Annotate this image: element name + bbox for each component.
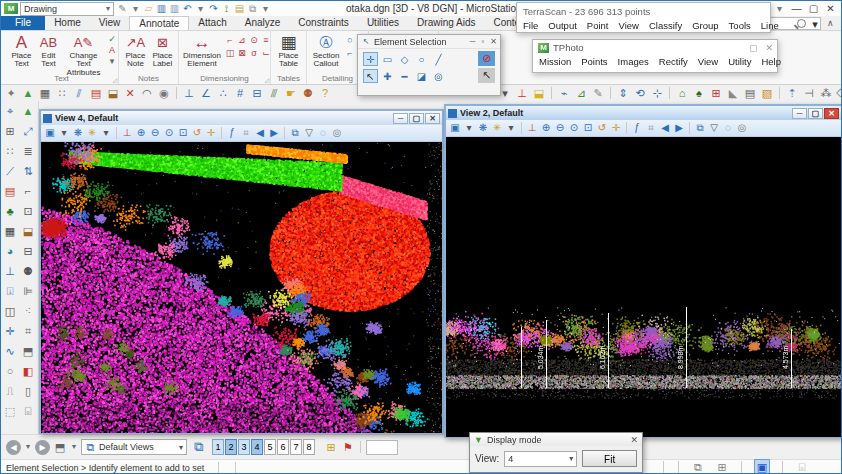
cell-icon[interactable]: ⊡ [19,201,37,221]
zoom-in-icon[interactable]: ⊕ [135,126,147,140]
select-pointer-icon[interactable]: ↖ [363,69,378,83]
element-selection-titlebar[interactable]: ↖ Element Selection ─ ▫ ✕ [358,35,500,49]
view-toggle-4[interactable]: 4 [251,439,263,455]
zoom-in-icon[interactable]: ⊕ [540,121,552,135]
view-toggle-2[interactable]: 2 [225,439,237,455]
view4-maximize-button[interactable]: ▢ [409,113,424,124]
rotate-view-icon[interactable]: ↺ [191,126,203,140]
markup-flag-icon[interactable]: ⚑ [341,440,355,454]
view4-viewport-point-cloud[interactable] [41,142,442,433]
fit-button[interactable]: Fit [582,450,637,467]
view2-minimize-button[interactable]: ─ [792,108,807,119]
change-text-attributes-button[interactable]: A✎ Change Text Attributes [62,34,105,77]
dimension-element-button[interactable]: ↔ Dimension Element [182,34,222,69]
hatch-icon[interactable]: ⫻ [267,86,281,100]
measure-angle-icon[interactable]: ∠ [199,86,213,100]
view-attributes-icon[interactable]: ◎ [331,126,343,140]
color-map-icon[interactable]: ▧ [760,86,774,100]
view4-titlebar[interactable]: View 4, Default ─ ▢ ✕ [41,111,442,125]
view2-titlebar[interactable]: View 2, Default ─ ▢ ✕ [446,106,841,120]
height-icon[interactable]: ⇡ [785,86,799,100]
place-label-button[interactable]: ⊠ Place Label [149,34,176,69]
dialog-plot-icon[interactable]: ⊞ [324,440,338,454]
triangle-model-icon[interactable]: ▲ [21,86,35,100]
subtract-selection-icon[interactable]: ━ [397,69,412,83]
undo-caret[interactable]: ▾ [194,2,207,16]
recent-views-icon[interactable]: ⬒ [53,440,67,454]
screen-icon[interactable]: ▦ [1,221,19,241]
view-previous-icon[interactable]: ◀ [659,121,671,135]
point-density-icon[interactable]: ∷ [55,86,69,100]
tphoto-menu-images[interactable]: Images [618,56,649,67]
terrascan-menu-line[interactable]: Line [761,20,779,31]
tab-home[interactable]: Home [45,16,90,30]
rotate-view-icon[interactable]: ↺ [596,121,608,135]
walk-view-icon[interactable]: ƒ [226,126,238,140]
clear-selection-icon[interactable]: ◎ [431,69,446,83]
clip-volume-icon[interactable]: ▽ [303,126,315,140]
zoom-out-icon[interactable]: ⊖ [149,126,161,140]
shade-icon[interactable]: ◣ [726,86,740,100]
tab-utilities[interactable]: Utilities [358,16,408,30]
view-toggle-7[interactable]: 7 [290,439,302,455]
tphoto-titlebar[interactable]: M TPhoto ▢ ✕ [533,40,777,53]
qat-more-caret[interactable]: ▾ [259,2,272,16]
camera-icon[interactable]: ⌗ [645,121,657,135]
tab-view[interactable]: View [90,16,130,30]
view-brightness-icon[interactable]: ✳ [491,121,503,135]
profile-grid-icon[interactable]: ⌗ [19,321,37,341]
cycle-icon[interactable]: ⟲ [633,86,647,100]
profile-icon[interactable]: ▤ [743,86,757,100]
view-next-icon[interactable]: ▶ [268,126,280,140]
grid-icon[interactable]: ▦ [38,86,52,100]
clip-volume-icon[interactable]: ▽ [708,121,720,135]
step-icon[interactable]: ⎍ [1,381,19,401]
key-in-field[interactable] [366,440,398,455]
tab-constraints[interactable]: Constraints [289,16,358,30]
view-toggle-3[interactable]: 3 [238,439,250,455]
copy-view-icon[interactable]: ⧉ [694,121,706,135]
fit-view-icon[interactable]: ⊡ [582,121,594,135]
view2-maximize-button[interactable]: ▢ [808,108,823,119]
brush-icon[interactable]: ⬓ [532,86,546,100]
tab-annotate[interactable]: Annotate [129,16,189,30]
manage-view-groups-icon[interactable]: ⧉ [190,440,208,454]
rotate-icon[interactable]: ◉ [157,86,171,100]
select-circle-icon[interactable]: ○ [414,52,429,66]
tool-settings-icon[interactable]: ⊞ [715,460,729,474]
brightness-caret[interactable]: ▾ [100,126,112,140]
tphoto-menu-utility[interactable]: Utility [728,56,751,67]
tphoto-menu-view[interactable]: View [698,56,718,67]
view-next-icon[interactable]: ▶ [673,121,685,135]
classify-line-icon[interactable]: ⌁ [557,86,571,100]
clamp-icon[interactable]: ⊣ [802,86,816,100]
drop-element-icon[interactable]: ⊥ [182,86,196,100]
tab-analyze[interactable]: Analyze [236,16,290,30]
updown-arrows-icon[interactable]: ⇅ [19,161,37,181]
zoom-window-icon[interactable]: ⊙ [163,126,175,140]
terrascan-menu-output[interactable]: Output [548,20,577,31]
tree-icon[interactable]: ♠ [692,86,706,100]
element-selection-minimize-button[interactable]: ─ [470,37,476,46]
classify-slope-icon[interactable]: ⊿ [574,86,588,100]
erase-icon[interactable]: ⌫ [836,86,842,100]
tab-attach[interactable]: Attach [189,16,235,30]
minimize-button[interactable]: — [788,2,805,16]
corner-icon[interactable]: ⌐ [19,181,37,201]
density-icon[interactable]: ∷ [1,141,19,161]
user-caret[interactable]: ▾ [771,2,788,16]
cross-section-icon[interactable]: ⊞ [709,86,723,100]
view-toggle-6[interactable]: 6 [277,439,289,455]
save-settings-icon[interactable]: ▥ [168,2,181,16]
lasso-icon[interactable]: ◠ [140,86,154,100]
view-adjust-icon[interactable]: ❋ [477,121,489,135]
element-selection-close-button[interactable]: ✕ [490,37,497,46]
text-more-caret[interactable]: ▾ [105,56,119,67]
redo-icon[interactable]: ↷ [207,2,220,16]
view-attributes-icon[interactable]: ◎ [736,121,748,135]
brightness-caret[interactable]: ▾ [505,121,517,135]
select-single-icon[interactable]: ✛ [363,52,378,66]
delete-icon[interactable]: ✕ [123,86,137,100]
pan-view-icon[interactable]: ✛ [205,126,217,140]
add-point-icon[interactable]: ⊹ [650,86,664,100]
